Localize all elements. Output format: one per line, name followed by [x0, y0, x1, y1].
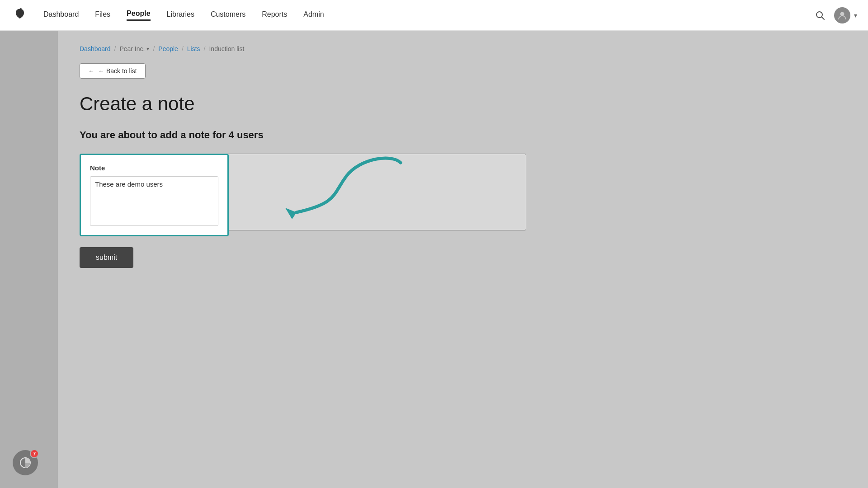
- back-button-label: ← Back to list: [98, 67, 137, 75]
- nav-links: Dashboard Files People Libraries Custome…: [43, 9, 815, 21]
- chevron-down-icon: ▾: [854, 12, 857, 19]
- notification-count: 7: [30, 449, 39, 458]
- note-textarea[interactable]: These are demo users: [90, 176, 218, 226]
- nav-link-admin[interactable]: Admin: [303, 10, 324, 20]
- breadcrumb-sep-1: /: [114, 45, 116, 52]
- breadcrumb-dashboard[interactable]: Dashboard: [80, 45, 111, 52]
- nav-link-customers[interactable]: Customers: [211, 10, 245, 20]
- breadcrumb-lists[interactable]: Lists: [187, 45, 200, 52]
- back-to-list-button[interactable]: ← ← Back to list: [80, 63, 146, 79]
- nav-link-libraries[interactable]: Libraries: [167, 10, 194, 20]
- note-label: Note: [90, 164, 218, 172]
- svg-point-2: [840, 12, 844, 16]
- page-title: Create a note: [80, 93, 846, 115]
- nav-link-dashboard[interactable]: Dashboard: [43, 10, 79, 20]
- search-icon[interactable]: [815, 10, 825, 20]
- svg-line-1: [822, 17, 825, 19]
- breadcrumb-company[interactable]: Pear Inc. ▾: [119, 45, 149, 52]
- nav-link-files[interactable]: Files: [95, 10, 110, 20]
- breadcrumb-sep-4: /: [204, 45, 206, 52]
- main-content: Dashboard / Pear Inc. ▾ / People / Lists…: [58, 31, 868, 488]
- avatar: [834, 7, 850, 23]
- note-form: Note These are demo users: [80, 154, 846, 236]
- company-chevron-icon: ▾: [146, 46, 149, 52]
- user-avatar-area[interactable]: ▾: [834, 7, 857, 23]
- breadcrumb-sep-2: /: [153, 45, 155, 52]
- sub-heading: You are about to add a note for 4 users: [80, 129, 846, 141]
- breadcrumb-people[interactable]: People: [158, 45, 178, 52]
- back-arrow-icon: ←: [88, 67, 94, 75]
- breadcrumb: Dashboard / Pear Inc. ▾ / People / Lists…: [80, 45, 846, 52]
- submit-area: submit: [80, 236, 846, 268]
- nav-link-reports[interactable]: Reports: [262, 10, 287, 20]
- notification-badge[interactable]: 7: [13, 450, 38, 475]
- navbar: Dashboard Files People Libraries Custome…: [0, 0, 868, 31]
- app-logo[interactable]: [11, 6, 29, 24]
- badge-icon: [19, 456, 32, 469]
- nav-link-people[interactable]: People: [127, 9, 150, 21]
- note-card: Note These are demo users: [80, 154, 229, 236]
- breadcrumb-current: Induction list: [209, 45, 244, 52]
- submit-button[interactable]: submit: [80, 247, 133, 268]
- navbar-right: ▾: [815, 7, 857, 23]
- breadcrumb-sep-3: /: [182, 45, 184, 52]
